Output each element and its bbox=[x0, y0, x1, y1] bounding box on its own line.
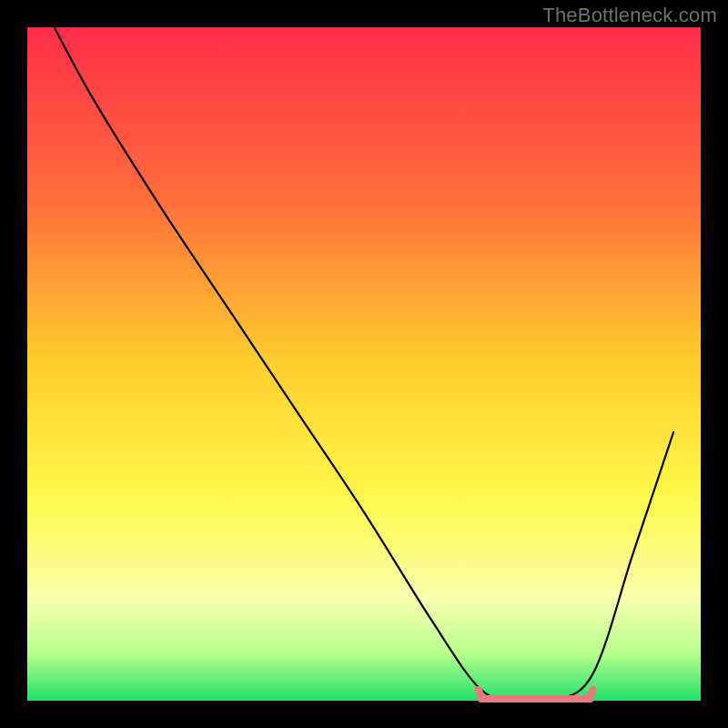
chart-root: TheBottleneck.com bbox=[0, 0, 728, 728]
bottleneck-chart bbox=[0, 0, 728, 728]
plot-background bbox=[27, 27, 701, 701]
watermark-text: TheBottleneck.com bbox=[542, 4, 717, 27]
